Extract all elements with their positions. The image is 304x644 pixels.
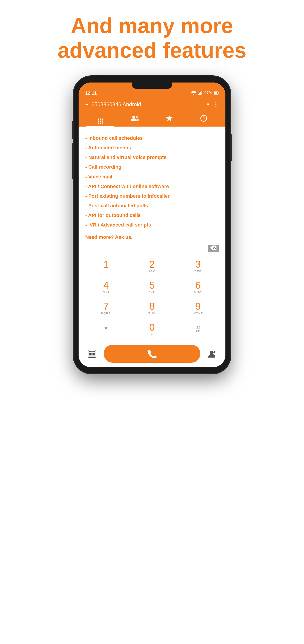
- wifi-icon: [191, 91, 196, 95]
- call-button[interactable]: [104, 345, 200, 363]
- svg-rect-6: [214, 92, 217, 94]
- battery-text: 97%: [204, 91, 212, 95]
- letters-7: PQRS: [101, 312, 111, 315]
- phone-mockup: 12:11 97%: [74, 76, 230, 374]
- headline-text: And many more advanced features: [58, 14, 246, 63]
- digit-0: 0: [149, 322, 155, 332]
- status-icons: 97%: [191, 91, 219, 95]
- signal-icon: [198, 91, 203, 95]
- letters-1: [105, 270, 107, 273]
- app-title-actions: ▾ ⋮: [207, 101, 219, 108]
- feature-item-3: - Natural and virtual voice prompts: [85, 152, 219, 162]
- dial-key-7[interactable]: 7 PQRS: [90, 298, 122, 318]
- features-content: - Inbound call schedules - Automated men…: [79, 126, 225, 243]
- calculator-button[interactable]: [83, 345, 101, 363]
- dialpad-row-4: * 0 + #: [83, 319, 221, 340]
- feature-item-5: - Voice mail: [85, 172, 219, 182]
- status-bar: 12:11 97%: [79, 82, 225, 98]
- dial-key-6[interactable]: 6 MNO: [182, 277, 214, 298]
- digit-8: 8: [149, 302, 155, 311]
- digit-1: 1: [103, 260, 109, 269]
- app-title-row: +16503860846 Android ▾ ⋮: [83, 100, 221, 111]
- dropdown-icon[interactable]: ▾: [207, 102, 209, 107]
- svg-rect-14: [89, 351, 92, 352]
- feature-item-2: - Automated menus: [85, 143, 219, 152]
- svg-rect-19: [93, 356, 95, 356]
- phone-screen: 12:11 97%: [79, 82, 225, 367]
- dial-key-8[interactable]: 8 TUV: [136, 298, 168, 318]
- dial-key-hash[interactable]: #: [182, 319, 214, 340]
- dial-key-5[interactable]: 5 JKL: [136, 277, 168, 298]
- dialpad-row-3: 7 PQRS 8 TUV 9 WXYZ: [83, 298, 221, 318]
- svg-point-9: [136, 116, 138, 118]
- letters-2: ABC: [148, 270, 156, 273]
- feature-item-9: - API for outbound calls: [85, 210, 219, 220]
- feature-item-7: - Port existing numbers to Infocaller: [85, 191, 219, 201]
- feature-item-8: - Post-call automated polls: [85, 201, 219, 210]
- svg-rect-2: [199, 93, 200, 95]
- symbol-hash: #: [196, 325, 200, 334]
- clock-icon: [200, 115, 207, 122]
- dial-key-4[interactable]: 4 GHI: [90, 277, 122, 298]
- svg-point-0: [193, 94, 194, 95]
- letters-3: DEF: [194, 270, 201, 273]
- dialpad-row-2: 4 GHI 5 JKL 6 MNO: [83, 277, 221, 298]
- backspace-button[interactable]: [208, 245, 219, 252]
- feature-item-4: - Call recording: [85, 162, 219, 172]
- tab-favorites[interactable]: [152, 112, 186, 126]
- more-options-icon[interactable]: ⋮: [213, 101, 219, 108]
- tab-recents[interactable]: [186, 112, 221, 126]
- digit-9: 9: [195, 302, 201, 311]
- letters-4: GHI: [103, 291, 109, 294]
- svg-point-20: [210, 350, 214, 354]
- dialpad: 1 2 ABC 3 DEF 4 GHI: [79, 253, 225, 342]
- dial-key-2[interactable]: 2 ABC: [136, 256, 168, 276]
- letters-5: JKL: [149, 291, 155, 294]
- feature-list: - Inbound call schedules - Automated men…: [85, 133, 219, 230]
- dial-key-star[interactable]: *: [90, 319, 122, 340]
- app-header: +16503860846 Android ▾ ⋮: [79, 98, 225, 126]
- power-button: [230, 134, 232, 161]
- letters-6: MNO: [194, 291, 202, 294]
- dial-key-3[interactable]: 3 DEF: [182, 256, 214, 276]
- svg-rect-3: [200, 92, 201, 95]
- svg-rect-7: [218, 92, 219, 94]
- app-title: +16503860846 Android: [85, 101, 141, 108]
- svg-rect-18: [89, 356, 92, 356]
- bottom-bar: [79, 342, 225, 367]
- svg-rect-1: [198, 94, 199, 95]
- backspace-row: [79, 243, 225, 253]
- letters-9: WXYZ: [193, 312, 203, 315]
- digit-3: 3: [195, 260, 201, 269]
- people-icon: [131, 115, 139, 122]
- dial-key-9[interactable]: 9 WXYZ: [182, 298, 214, 318]
- add-contact-button[interactable]: [203, 345, 221, 363]
- svg-rect-4: [201, 91, 202, 95]
- headline-section: And many more advanced features: [58, 14, 246, 63]
- digit-7: 7: [103, 302, 109, 311]
- symbol-star: *: [105, 325, 108, 334]
- battery-icon: [214, 92, 219, 94]
- tab-dialpad[interactable]: [83, 111, 118, 126]
- phone-frame: 12:11 97%: [74, 76, 230, 374]
- feature-item-1: - Inbound call schedules: [85, 133, 219, 143]
- digit-4: 4: [103, 280, 109, 290]
- digit-5: 5: [149, 280, 155, 290]
- dial-key-0[interactable]: 0 +: [136, 319, 168, 340]
- svg-point-8: [132, 116, 135, 118]
- status-time: 12:11: [85, 90, 97, 96]
- star-icon: [165, 115, 173, 122]
- feature-item-6: - API / Connect with online software: [85, 182, 219, 191]
- digit-6: 6: [195, 280, 201, 290]
- nav-tabs: [83, 111, 221, 126]
- dialpad-row-1: 1 2 ABC 3 DEF: [83, 256, 221, 276]
- tab-contacts[interactable]: [118, 112, 152, 126]
- letters-0: +: [151, 333, 153, 336]
- dial-key-1[interactable]: 1: [90, 256, 122, 276]
- svg-rect-16: [89, 353, 92, 355]
- digit-2: 2: [149, 260, 155, 269]
- letters-8: TUV: [148, 312, 156, 315]
- feature-item-10: - IVR / Advanced call scripts: [85, 220, 219, 230]
- svg-rect-15: [93, 351, 95, 352]
- svg-rect-17: [93, 353, 95, 355]
